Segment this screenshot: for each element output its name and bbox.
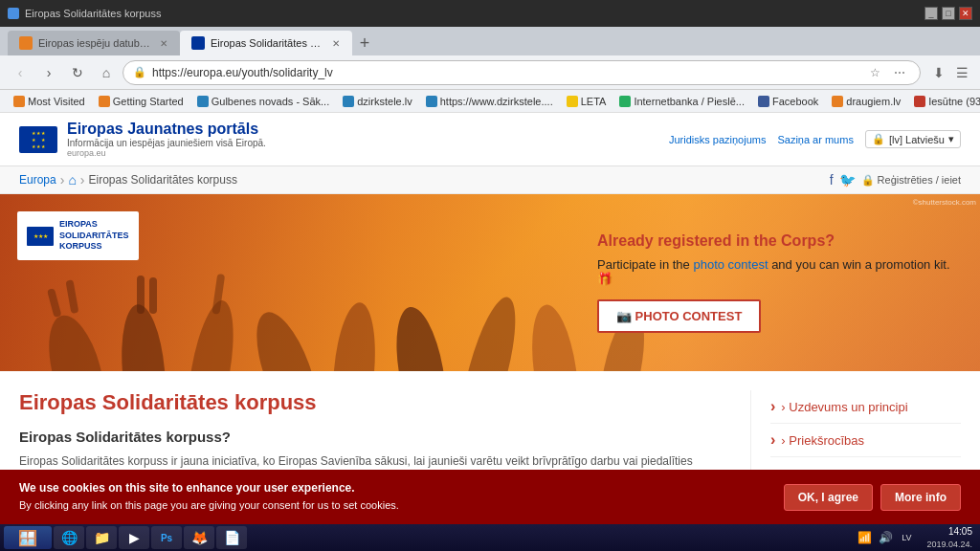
network-icon: 📶	[856, 529, 873, 546]
website-content: ★★★ ★ ★ ★★★ Eiropas Jaunatnes portāls In…	[0, 113, 980, 510]
bookmark-icon	[758, 96, 769, 107]
menu-icon[interactable]: ☰	[951, 62, 972, 83]
cookie-agree-button[interactable]: OK, I agree	[784, 484, 873, 511]
system-clock: 14:05 2019.04.24.	[923, 525, 976, 551]
shutterstock-credit: ©shutterstock.com	[913, 198, 976, 207]
bookmark-getting-started[interactable]: Getting Started	[93, 92, 189, 111]
tab-close-active-btn[interactable]: ✕	[330, 36, 341, 50]
banner-subtext: Participate in the photo contest and you…	[597, 257, 951, 286]
nav-bar: ‹ › ↻ ⌂ 🔒 https://europa.eu/youth/solida…	[0, 55, 980, 90]
section-title: Eiropas Solidaritātes korpuss?	[19, 429, 731, 445]
windows-icon: 🪟	[18, 529, 37, 547]
reload-button[interactable]: ↻	[65, 60, 90, 85]
legal-notice-link[interactable]: Juridisks paziņojums	[669, 134, 766, 145]
language-selector[interactable]: 🔒 [lv] Latviešu ▾	[865, 130, 961, 148]
address-bar[interactable]: 🔒 https://europa.eu/youth/solidarity_lv …	[122, 60, 921, 85]
bookmark-most-visited[interactable]: Most Visited	[8, 92, 91, 111]
taskbar: 🪟 🌐 📁 ▶ Ps 🦊 📄 📶 🔊 LV 14:05 2019.04.24.	[0, 524, 980, 551]
svg-point-1	[117, 302, 170, 371]
breadcrumb-current: Eiropas Solidaritātes korpuss	[89, 173, 237, 187]
svg-rect-10	[65, 279, 78, 314]
taskbar-word-item[interactable]: 📄	[216, 526, 247, 549]
media-icon: ▶	[126, 530, 142, 545]
bookmark-icon	[13, 96, 25, 107]
cookie-buttons: OK, I agree More info	[784, 484, 961, 511]
svg-rect-9	[47, 288, 61, 318]
tab-favicon	[19, 36, 33, 50]
twitter-icon[interactable]: 🐦	[839, 172, 856, 187]
svg-point-4	[328, 300, 380, 371]
taskbar-media-item[interactable]: ▶	[119, 526, 149, 549]
taskbar-ps-item[interactable]: Ps	[151, 526, 182, 549]
bookmark-dzirkstele2[interactable]: https://www.dzirkstele....	[420, 92, 559, 111]
tab-inactive[interactable]: Eiropas iespēju datubāze jaun... ✕	[8, 31, 180, 55]
bookmark-icon	[832, 96, 843, 107]
bookmark-draugiem[interactable]: draugiem.lv	[826, 92, 906, 111]
eu-top-right: Juridisks paziņojums Saziņa ar mums 🔒 [l…	[669, 130, 961, 148]
tab-active[interactable]: Eiropas Solidaritātes korpuss |... ✕	[180, 31, 352, 55]
more-icon[interactable]: ⋯	[889, 62, 910, 83]
home-button[interactable]: ⌂	[94, 60, 119, 85]
contact-link[interactable]: Saziņa ar mums	[777, 134, 853, 145]
taskbar-ie-item[interactable]: 🌐	[54, 526, 84, 549]
bookmark-leta[interactable]: LETA	[561, 92, 612, 111]
cookie-more-button[interactable]: More info	[880, 484, 961, 511]
bookmark-icon	[567, 96, 578, 107]
language-label: [lv] Latviešu	[889, 134, 945, 145]
bookmark-icon	[197, 96, 209, 107]
bookmark-icon	[619, 96, 631, 107]
tab-close-btn[interactable]: ✕	[158, 36, 168, 50]
title-bar: Eiropas Solidaritātes korpuss _ □ ✕	[0, 0, 980, 27]
minimize-button[interactable]: _	[924, 7, 938, 20]
svg-point-6	[450, 293, 526, 371]
taskbar-firefox-item[interactable]: 🦊	[184, 526, 214, 549]
bookmark-icon	[99, 96, 110, 107]
register-link[interactable]: 🔒 Reģistrēties / ieiet	[861, 174, 961, 187]
breadcrumb: Europa › ⌂ › Eiropas Solidaritātes korpu…	[19, 172, 237, 187]
window-controls: _ □ ✕	[924, 7, 972, 20]
europa-eu-link[interactable]: europa.eu	[67, 148, 266, 158]
eu-portal-header: ★★★ ★ ★ ★★★ Eiropas Jaunatnes portāls In…	[0, 113, 980, 166]
bookmark-facebook[interactable]: Facebook	[752, 92, 824, 111]
taskbar-explorer-item[interactable]: 📁	[86, 526, 117, 549]
bookmark-gulbenes[interactable]: Gulbenes novads - Sāk...	[191, 92, 336, 111]
svg-point-0	[38, 310, 114, 371]
svg-point-5	[389, 303, 455, 371]
breadcrumb-separator2: ›	[80, 172, 85, 187]
facebook-icon[interactable]: f	[830, 172, 834, 187]
download-icon[interactable]: ⬇	[928, 62, 949, 83]
cookie-sub-line: By clicking any link on this page you ar…	[19, 497, 399, 515]
bookmark-gmail[interactable]: Iesūtne (93) - tamara...	[908, 92, 980, 111]
close-button[interactable]: ✕	[959, 7, 972, 20]
breadcrumb-home-link[interactable]: Europa	[19, 173, 56, 187]
sidebar-link-uzdevums[interactable]: › Uzdevums un principi	[770, 390, 961, 424]
bookmark-star-icon[interactable]: ☆	[864, 62, 885, 83]
new-tab-button[interactable]: +	[352, 31, 377, 55]
browser-favicon	[8, 8, 19, 19]
eu-flag-small: ★★★	[27, 227, 54, 246]
maximize-button[interactable]: □	[942, 7, 955, 20]
start-button[interactable]: 🪟	[4, 526, 52, 549]
photo-contest-link[interactable]: photo contest	[693, 257, 768, 272]
bookmark-internetbanka[interactable]: Internetbanka / Pieslē...	[613, 92, 750, 111]
breadcrumb-home-icon[interactable]: ⌂	[68, 172, 76, 187]
page-title: Eiropas Solidaritātes korpuss	[19, 390, 731, 415]
svg-rect-11	[137, 276, 145, 314]
forward-button[interactable]: ›	[36, 60, 61, 85]
bookmark-icon	[426, 96, 437, 107]
bookmark-icon	[914, 96, 925, 107]
banner: ★★★ EIROPAS SOLIDARITĀTES KORPUSS Alread…	[0, 194, 980, 371]
cookie-banner: We use cookies on this site to enhance y…	[0, 470, 980, 524]
tab-bar: Eiropas iespēju datubāze jaun... ✕ Eirop…	[0, 27, 980, 55]
back-button[interactable]: ‹	[8, 60, 33, 85]
banner-registered-title: Already registered in the Corps?	[597, 232, 951, 250]
bookmark-dzirkstele[interactable]: dzirkstele.lv	[337, 92, 417, 111]
svg-point-7	[524, 302, 585, 371]
photo-contest-button[interactable]: 📷 PHOTO CONTEST	[597, 299, 761, 333]
banner-content: Already registered in the Corps? Partici…	[578, 194, 980, 371]
lock-icon: 🔒	[133, 66, 146, 78]
breadcrumb-separator: ›	[60, 172, 65, 187]
cookie-main-line: We use cookies on this site to enhance y…	[19, 479, 399, 497]
sidebar-link-prieksr[interactable]: › Priekšrocības	[770, 424, 961, 457]
svg-point-3	[244, 305, 330, 371]
